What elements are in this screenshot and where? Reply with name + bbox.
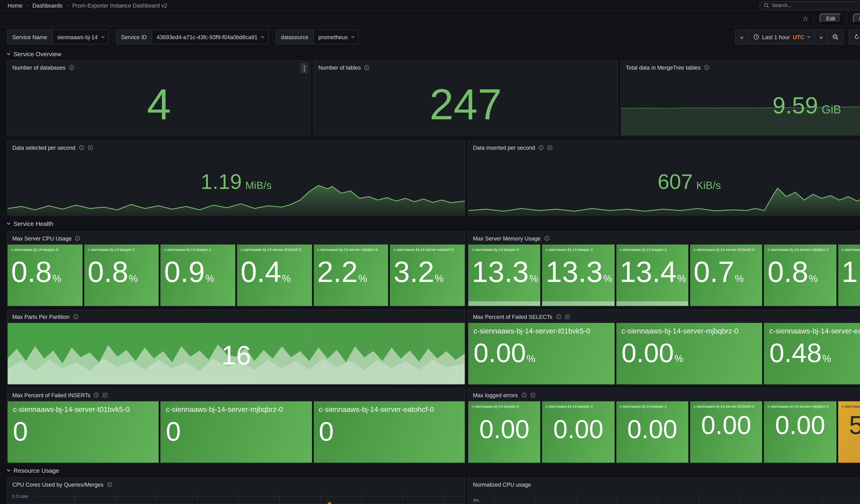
time-shift-forward-button[interactable]: »: [815, 30, 828, 44]
variable-value-dropdown[interactable]: siennaaws-bj-14: [53, 30, 108, 44]
panel-title: Max Parts Per Partition: [12, 313, 69, 320]
stat-value: 247: [429, 83, 502, 126]
stat-card[interactable]: c-siennaaws-bj-14-keeper-113.4%: [616, 244, 688, 306]
section-service-health[interactable]: Service Health: [7, 216, 860, 231]
edit-button[interactable]: Edit: [820, 13, 842, 24]
stat-card[interactable]: c-siennaaws-bj-14-server-mjbqbrz-02.2%: [314, 244, 388, 306]
panel-links-icon[interactable]: [565, 314, 570, 319]
panel-total-data-mergetree[interactable]: Total data in MergeTree tables 9.59GiB: [620, 60, 860, 136]
variable-service-name[interactable]: Service Name siennaaws-bj-14: [7, 29, 109, 44]
panel-title: Max Percent of Failed SELECTs: [473, 313, 553, 320]
info-icon: [73, 314, 78, 319]
y-axis-tick: 3%: [473, 498, 479, 503]
search-input[interactable]: Search... ⌘+k: [759, 1, 860, 10]
section-service-overview[interactable]: Service Overview: [7, 47, 860, 60]
stat-card[interactable]: c-siennaaws-bj-14-keeper-10.00: [616, 401, 688, 463]
clock-icon: [754, 34, 759, 40]
section-resource-usage[interactable]: Resource Usage: [7, 463, 860, 477]
stat-card[interactable]: c-siennaaws-bj-14-keeper-10.9%: [161, 244, 235, 306]
stat-card[interactable]: c-siennaaws-bj-14-server-eatohcf-03.2%: [390, 244, 465, 306]
panel-max-logged-errors[interactable]: Max logged errors c-siennaaws-bj-14-keep…: [468, 388, 860, 463]
chevron-down-icon: [261, 35, 264, 38]
variables-toolbar: Service Name siennaaws-bj-14 Service ID …: [0, 26, 860, 47]
stat-card[interactable]: c-siennaaws-bj-14-keeper-013.3%: [468, 244, 541, 306]
info-icon: [704, 65, 710, 70]
panel-max-cpu-usage[interactable]: Max Server CPU Usage c-siennaaws-bj-14-k…: [7, 231, 465, 307]
timezone-label: UTC: [793, 34, 804, 40]
gridline: [33, 496, 461, 496]
chevron-down-icon: [7, 468, 10, 472]
dashboard-actions-bar: ☆ Edit Export Share: [0, 11, 860, 26]
stat-card[interactable]: c-siennaaws-bj-14-server-mjbqbrz-00: [161, 401, 312, 463]
panel-title: Normalized CPU usage: [473, 481, 531, 488]
stat-card[interactable]: c-siennaaws-bj-14-server-eatohcf-00.48%: [764, 323, 860, 384]
stat-card[interactable]: c-siennaaws-bj-14-server-mjbqbrz-00.00%: [616, 323, 762, 384]
breadcrumb-separator: ›: [27, 2, 28, 8]
stat-card[interactable]: c-siennaaws-bj-14-server-t01bvk5-00: [8, 401, 159, 463]
panel-links-icon[interactable]: [107, 481, 112, 487]
panel-data-inserted-per-second[interactable]: Data inserted per second 607KiB/s: [468, 140, 860, 216]
panel-links-icon[interactable]: [88, 145, 93, 150]
chart-gridlines: [494, 493, 860, 504]
stat-card[interactable]: c-siennaaws-bj-14-keeper-00.8%: [8, 244, 82, 306]
export-button[interactable]: Export: [853, 13, 860, 24]
stat-card[interactable]: c-siennaaws-bj-14-server-mjbqbrz-00.8%: [764, 244, 836, 306]
stat-card[interactable]: c-siennaaws-bj-14-server-eatohcf-00: [314, 401, 465, 463]
panel-title: Total data in MergeTree tables: [626, 64, 701, 71]
time-range-picker[interactable]: Last 1 hour UTC: [749, 30, 815, 44]
stat-card-warning[interactable]: c-siennaaws-bj-14-server-eatohcf-05.00: [838, 401, 860, 463]
health-row-2: Max Parts Per Partition 16 Max Percent o…: [7, 309, 860, 385]
resource-row-1: CPU Cores Used by Queries/Merges 0.3 cor…: [7, 477, 860, 504]
panel-number-of-tables[interactable]: Number of tables 247: [313, 60, 618, 136]
cpu-cards: c-siennaaws-bj-14-keeper-00.8% c-siennaa…: [8, 244, 465, 306]
parts-card[interactable]: 16: [8, 323, 465, 384]
panel-max-parts-per-partition[interactable]: Max Parts Per Partition 16: [7, 309, 465, 385]
panel-failed-selects[interactable]: Max Percent of Failed SELECTs c-siennaaw…: [468, 309, 860, 385]
breadcrumb-home[interactable]: Home: [8, 2, 23, 9]
panel-cpu-cores-queries-merges[interactable]: CPU Cores Used by Queries/Merges 0.3 cor…: [7, 477, 465, 504]
stat-card[interactable]: c-siennaaws-bj-14-server-t01bvk5-00.7%: [690, 244, 762, 306]
panel-title: Max Server Memory Usage: [473, 235, 541, 241]
panel-max-memory-usage[interactable]: Max Server Memory Usage c-siennaaws-bj-1…: [468, 231, 860, 307]
stat-value: 9.59GiB: [772, 93, 841, 117]
stat-card[interactable]: c-siennaaws-bj-14-server-t01bvk5-00.4%: [237, 244, 312, 306]
overview-row-2: Data selected per second 1.19MiB/s Data …: [7, 140, 860, 216]
memory-cards: c-siennaaws-bj-14-keeper-013.3% c-sienna…: [468, 244, 860, 306]
stat-card[interactable]: c-siennaaws-bj-14-server-t01bvk5-00.00: [690, 401, 762, 463]
stat-value: 16: [8, 339, 465, 371]
stat-card[interactable]: c-siennaaws-bj-14-server-t01bvk5-00.00%: [468, 323, 614, 384]
time-shift-back-button[interactable]: «: [736, 30, 749, 44]
variable-service-id[interactable]: Service ID 43693ed4-a71c-43fc-93f9-f04a0…: [116, 29, 269, 44]
panel-data-selected-per-second[interactable]: Data selected per second 1.19MiB/s: [7, 140, 465, 216]
panel-number-of-databases[interactable]: Number of databases 4: [7, 60, 311, 136]
breadcrumb-dashboards[interactable]: Dashboards: [32, 2, 62, 9]
stat-card[interactable]: c-siennaaws-bj-14-keeper-00.00: [468, 401, 541, 463]
favorite-star-icon[interactable]: ☆: [802, 15, 808, 22]
failed-selects-cards: c-siennaaws-bj-14-server-t01bvk5-00.00% …: [468, 323, 860, 384]
refresh-icon: [854, 34, 860, 40]
info-icon: [539, 145, 544, 150]
panel-normalized-cpu-usage[interactable]: Normalized CPU usage 3%: [468, 477, 860, 504]
variable-value-dropdown[interactable]: prometheus: [314, 30, 358, 44]
variable-datasource[interactable]: datasource prometheus: [275, 29, 359, 44]
zoom-out-icon: [833, 34, 839, 40]
stat-card[interactable]: c-siennaaws-bj-14-keeper-20.8%: [84, 244, 159, 306]
health-row-1: Max Server CPU Usage c-siennaaws-bj-14-k…: [7, 231, 860, 307]
refresh-group: Refresh 30s: [849, 29, 860, 44]
breadcrumb-separator: ›: [67, 2, 68, 8]
panel-links-icon[interactable]: [547, 145, 553, 150]
zoom-out-button[interactable]: [828, 30, 844, 44]
overview-row-1: Number of databases 4 Number of tables 2…: [7, 60, 860, 136]
panel-links-icon[interactable]: [103, 392, 108, 398]
stat-card[interactable]: c-siennaaws-bj-14-server-eatohcf-01.4%: [838, 244, 860, 306]
time-range-group: « Last 1 hour UTC »: [735, 29, 844, 44]
refresh-button[interactable]: Refresh: [849, 30, 860, 44]
variable-value-dropdown[interactable]: 43693ed4-a71c-43fc-93f9-f04a0bd8ca91: [152, 30, 268, 44]
panel-failed-inserts[interactable]: Max Percent of Failed INSERTs c-siennaaw…: [7, 388, 465, 463]
info-icon: [521, 392, 527, 398]
stat-card[interactable]: c-siennaaws-bj-14-keeper-213.3%: [542, 244, 614, 306]
stat-card[interactable]: c-siennaaws-bj-14-server-mjbqbrz-00.00: [764, 401, 836, 463]
panel-links-icon[interactable]: [530, 392, 535, 398]
variable-label: Service ID: [116, 30, 152, 44]
stat-card[interactable]: c-siennaaws-bj-14-keeper-20.00: [542, 401, 614, 463]
